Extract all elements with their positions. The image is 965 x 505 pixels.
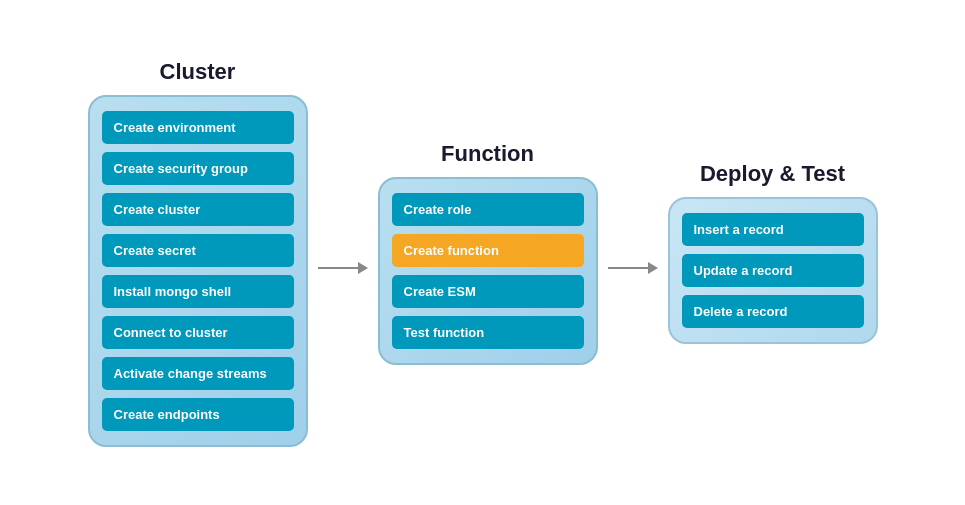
diagram-container: Cluster Create environment Create securi…	[68, 39, 898, 467]
function-item-1[interactable]: Create function	[392, 234, 584, 267]
arrow-head-1	[358, 262, 368, 274]
deploy-item-1[interactable]: Update a record	[682, 254, 864, 287]
function-panel: Create role Create function Create ESM T…	[378, 177, 598, 365]
cluster-item-4[interactable]: Install mongo shell	[102, 275, 294, 308]
function-title: Function	[441, 141, 534, 167]
cluster-item-2[interactable]: Create cluster	[102, 193, 294, 226]
cluster-item-5[interactable]: Connect to cluster	[102, 316, 294, 349]
function-item-2[interactable]: Create ESM	[392, 275, 584, 308]
cluster-column: Cluster Create environment Create securi…	[88, 59, 308, 447]
function-item-0[interactable]: Create role	[392, 193, 584, 226]
cluster-item-6[interactable]: Activate change streams	[102, 357, 294, 390]
deploy-item-2[interactable]: Delete a record	[682, 295, 864, 328]
deploy-column: Deploy & Test Insert a record Update a r…	[668, 161, 878, 344]
function-column: Function Create role Create function Cre…	[378, 141, 598, 365]
arrow-2	[598, 262, 668, 274]
arrow-1	[308, 262, 378, 274]
cluster-item-1[interactable]: Create security group	[102, 152, 294, 185]
cluster-item-0[interactable]: Create environment	[102, 111, 294, 144]
deploy-title: Deploy & Test	[700, 161, 845, 187]
cluster-item-3[interactable]: Create secret	[102, 234, 294, 267]
arrow-shaft-2	[608, 267, 648, 269]
arrow-line-1	[318, 262, 368, 274]
cluster-panel: Create environment Create security group…	[88, 95, 308, 447]
cluster-title: Cluster	[160, 59, 236, 85]
arrow-shaft-1	[318, 267, 358, 269]
arrow-line-2	[608, 262, 658, 274]
arrow-head-2	[648, 262, 658, 274]
deploy-panel: Insert a record Update a record Delete a…	[668, 197, 878, 344]
deploy-item-0[interactable]: Insert a record	[682, 213, 864, 246]
cluster-item-7[interactable]: Create endpoints	[102, 398, 294, 431]
function-item-3[interactable]: Test function	[392, 316, 584, 349]
